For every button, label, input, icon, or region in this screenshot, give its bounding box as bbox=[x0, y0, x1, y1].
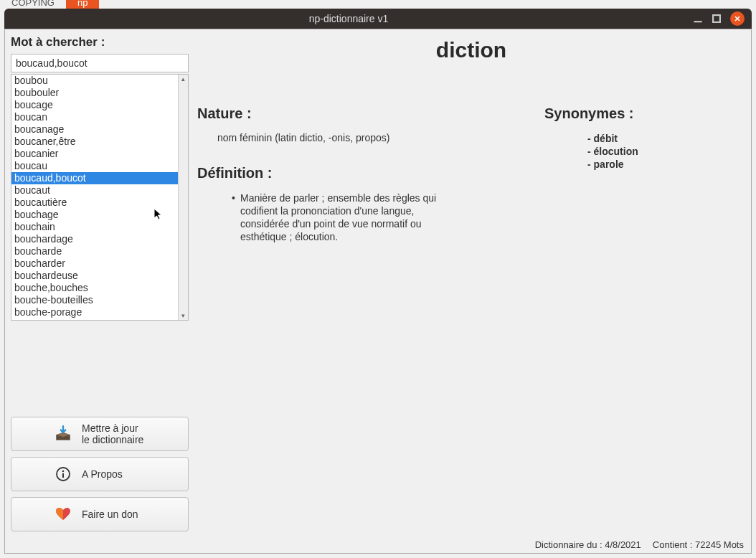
svg-rect-1 bbox=[713, 15, 720, 22]
close-icon[interactable] bbox=[730, 11, 745, 26]
list-item[interactable]: boucaut bbox=[11, 184, 178, 197]
about-button-label: A Propos bbox=[82, 468, 123, 480]
definition-item: Manière de parler ; ensemble des règles … bbox=[240, 191, 448, 243]
list-item[interactable]: boucan bbox=[11, 111, 178, 123]
list-item[interactable]: boucautière bbox=[11, 197, 178, 209]
donate-button-label: Faire un don bbox=[82, 509, 138, 520]
search-label: Mot à chercher : bbox=[11, 35, 189, 49]
word-listbox[interactable]: bouboubouboulerboucageboucanboucanagebou… bbox=[11, 74, 189, 321]
list-item[interactable]: boubouler bbox=[11, 87, 178, 99]
list-item[interactable]: boucharder bbox=[11, 257, 178, 270]
list-item[interactable]: boubou bbox=[11, 75, 178, 87]
list-item[interactable]: bouche,bouches bbox=[11, 282, 178, 294]
titlebar: np-dictionnaire v1 bbox=[4, 9, 752, 29]
definition-heading: Définition : bbox=[197, 165, 501, 181]
donate-button[interactable]: Faire un don bbox=[11, 497, 189, 531]
synonym-item: - parole bbox=[587, 158, 745, 171]
download-box-icon bbox=[53, 425, 73, 443]
list-item[interactable]: boucaner,être bbox=[11, 136, 178, 148]
status-date: Dictionnaire du : 4/8/2021 bbox=[535, 539, 641, 550]
minimize-icon[interactable] bbox=[693, 14, 703, 24]
list-item[interactable]: boucage bbox=[11, 99, 178, 111]
list-item[interactable]: bouche-porage bbox=[11, 306, 178, 318]
scroll-down-icon[interactable]: ▾ bbox=[179, 311, 188, 320]
scroll-up-icon[interactable]: ▴ bbox=[179, 75, 188, 83]
update-button-line1: Mettre à jour bbox=[82, 422, 138, 434]
nature-text: nom féminin (latin dictio, -onis, propos… bbox=[217, 132, 501, 143]
status-bar: Dictionnaire du : 4/8/2021 Contient : 72… bbox=[535, 539, 744, 550]
synonyms-heading: Synonymes : bbox=[544, 105, 745, 122]
window-controls bbox=[693, 11, 752, 26]
search-input[interactable] bbox=[11, 54, 189, 72]
entry-panel: diction Nature : nom féminin (latin dict… bbox=[197, 35, 745, 553]
app-window: Mot à chercher : bouboubouboulerboucageb… bbox=[4, 29, 752, 554]
list-item[interactable]: bouchage bbox=[11, 209, 178, 221]
list-item[interactable]: bouchardeuse bbox=[11, 270, 178, 282]
nature-heading: Nature : bbox=[197, 105, 501, 122]
update-button-line2: le dictionnaire bbox=[82, 434, 143, 445]
list-item[interactable]: boucanage bbox=[11, 123, 178, 136]
list-item[interactable]: bouchardage bbox=[11, 233, 178, 245]
window-title: np-dictionnaire v1 bbox=[4, 13, 693, 24]
svg-point-5 bbox=[62, 470, 65, 473]
maximize-icon[interactable] bbox=[712, 14, 722, 24]
heart-icon bbox=[53, 506, 73, 523]
list-item[interactable]: bouchain bbox=[11, 221, 178, 233]
list-item[interactable]: boucharde bbox=[11, 245, 178, 257]
entry-title: diction bbox=[197, 38, 745, 62]
list-item[interactable]: bouche-bouteilles bbox=[11, 294, 178, 306]
synonym-item: - élocution bbox=[587, 145, 745, 158]
scrollbar[interactable]: ▴ ▾ bbox=[178, 75, 188, 320]
list-item[interactable]: boucau bbox=[11, 160, 178, 172]
update-button[interactable]: Mettre à jour le dictionnaire bbox=[11, 417, 189, 451]
list-item[interactable]: boucanier bbox=[11, 148, 178, 160]
synonym-item: - débit bbox=[587, 132, 745, 145]
list-item[interactable]: boucaud,boucot bbox=[11, 172, 178, 184]
info-icon bbox=[53, 465, 73, 483]
action-buttons: Mettre à jour le dictionnaire A Propos bbox=[11, 417, 189, 531]
svg-rect-6 bbox=[62, 473, 64, 478]
status-count: Contient : 72245 Mots bbox=[653, 539, 744, 550]
about-button[interactable]: A Propos bbox=[11, 457, 189, 491]
